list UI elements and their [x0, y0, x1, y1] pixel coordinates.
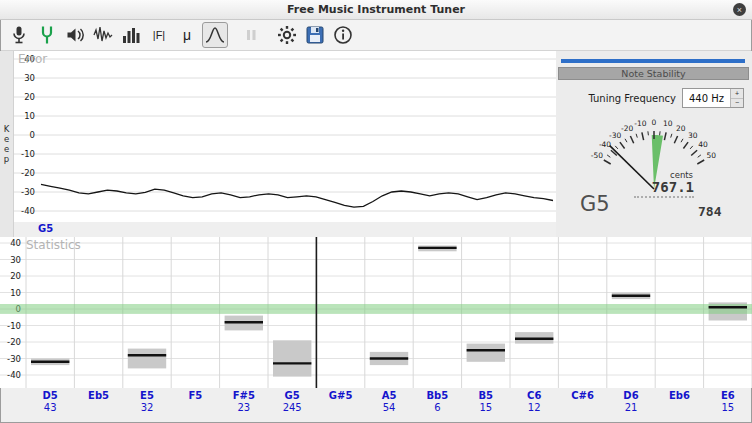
mu-button[interactable]: μ [174, 22, 200, 48]
note-column-label: C#6 [558, 390, 606, 402]
svg-text:-30: -30 [7, 354, 21, 364]
svg-text:-10: -10 [7, 321, 21, 331]
note-name: B5 [462, 390, 510, 401]
window-title: Free Music Instrument Tuner [287, 3, 465, 16]
tuning-frequency-row: Tuning Frequency 440 Hz + − [556, 87, 744, 109]
note-name: Bb5 [413, 390, 461, 401]
note-column-label: E615 [704, 390, 752, 413]
note-column-label: D543 [26, 390, 74, 413]
svg-text:-20: -20 [21, 168, 35, 178]
note-name: Eb6 [655, 390, 703, 401]
svg-text:10: 10 [24, 111, 35, 121]
note-count: 21 [607, 402, 655, 413]
note-column-label: F5 [171, 390, 219, 402]
note-stability-panel: Note Stability Tuning Frequency 440 Hz +… [556, 51, 752, 237]
main-area: Keep 403020100-10-20-30-40 Error G5 Note… [0, 51, 752, 237]
svg-text:40: 40 [698, 140, 708, 149]
note-count: 12 [510, 402, 558, 413]
note-column-label: Bb56 [413, 390, 461, 413]
gaussian-icon [204, 24, 226, 46]
svg-text:-20: -20 [7, 337, 21, 347]
svg-text:-10: -10 [21, 149, 35, 159]
svg-text:0: 0 [652, 118, 657, 127]
error-current-note: G5 [38, 223, 53, 234]
tuning-frequency-value: 440 Hz [683, 89, 730, 107]
note-column-label: G5245 [268, 390, 316, 413]
note-count: 15 [462, 402, 510, 413]
svg-text:-10: -10 [634, 119, 646, 128]
keep-letter: p [4, 154, 9, 164]
save-icon [304, 24, 326, 46]
save-button[interactable] [302, 22, 328, 48]
note-count: 245 [268, 402, 316, 413]
about-button[interactable] [330, 22, 356, 48]
note-name: A5 [365, 390, 413, 401]
svg-text:10: 10 [663, 119, 673, 128]
pause-icon [240, 24, 262, 46]
close-button[interactable]: × [733, 3, 746, 16]
note-name: C#6 [558, 390, 606, 401]
statistics-labels: D543Eb5E532F5F#523G5245G#5A554Bb56B515C6… [0, 388, 752, 423]
toolbar: |F| μ [0, 20, 752, 51]
keep-letter: K [4, 124, 10, 134]
fourier-button[interactable]: |F| [146, 22, 172, 48]
note-name: F5 [171, 390, 219, 401]
statistics-panel: 403020100-10-20-30-40 Statistics D543Eb5… [0, 237, 752, 423]
speaker-button[interactable] [62, 22, 88, 48]
settings-gear-icon [276, 24, 298, 46]
svg-text:40: 40 [10, 238, 21, 248]
svg-text:30: 30 [10, 255, 21, 265]
svg-text:-40: -40 [599, 140, 611, 149]
frequency-decrement-button[interactable]: − [731, 99, 743, 108]
note-column-label: Eb5 [74, 390, 122, 402]
detected-note: G5 [580, 192, 610, 216]
note-column-label: E532 [123, 390, 171, 413]
info-icon [332, 24, 354, 46]
tuning-frequency-label: Tuning Frequency [588, 93, 676, 104]
note-column-label: D621 [607, 390, 655, 413]
note-count: 43 [26, 402, 74, 413]
tuning-fork-button[interactable] [34, 22, 60, 48]
tuning-frequency-spinbox[interactable]: 440 Hz + − [682, 88, 744, 108]
cents-lcd: 767.1 [634, 179, 694, 198]
svg-text:-20: -20 [621, 124, 633, 133]
svg-text:20: 20 [676, 124, 686, 133]
spin-buttons: + − [730, 89, 743, 107]
note-column-label: A554 [365, 390, 413, 413]
titlebar: Free Music Instrument Tuner × [0, 0, 752, 20]
keep-letter: e [4, 144, 9, 154]
note-count: 23 [220, 402, 268, 413]
waveform-button[interactable] [90, 22, 116, 48]
note-count: 15 [704, 402, 752, 413]
microphone-button[interactable] [6, 22, 32, 48]
svg-text:30: 30 [688, 131, 698, 140]
note-column-label: Eb6 [655, 390, 703, 402]
keep-letter: e [4, 134, 9, 144]
pause-button[interactable] [238, 22, 264, 48]
gaussian-button[interactable] [202, 22, 228, 48]
svg-text:20: 20 [10, 271, 21, 281]
note-name: G#5 [316, 390, 364, 401]
note-name: D5 [26, 390, 74, 401]
level-meter [561, 59, 745, 63]
note-name: D6 [607, 390, 655, 401]
svg-text:10: 10 [10, 288, 21, 298]
note-count: 32 [123, 402, 171, 413]
note-name: E5 [123, 390, 171, 401]
svg-text:-30: -30 [21, 187, 35, 197]
note-column-label: F#523 [220, 390, 268, 413]
svg-text:50: 50 [706, 151, 716, 160]
note-name: C6 [510, 390, 558, 401]
microphone-icon [8, 24, 30, 46]
svg-text:0: 0 [30, 130, 35, 140]
note-column-label: G#5 [316, 390, 364, 402]
speaker-icon [64, 24, 86, 46]
note-count: 54 [365, 402, 413, 413]
mu-icon: μ [183, 27, 191, 43]
statistics-chart-svg: 403020100-10-20-30-40 [0, 237, 752, 388]
keep-button[interactable]: Keep [0, 51, 14, 237]
histogram-button[interactable] [118, 22, 144, 48]
note-stability-header: Note Stability [558, 67, 749, 80]
settings-button[interactable] [274, 22, 300, 48]
frequency-increment-button[interactable]: + [731, 89, 743, 99]
